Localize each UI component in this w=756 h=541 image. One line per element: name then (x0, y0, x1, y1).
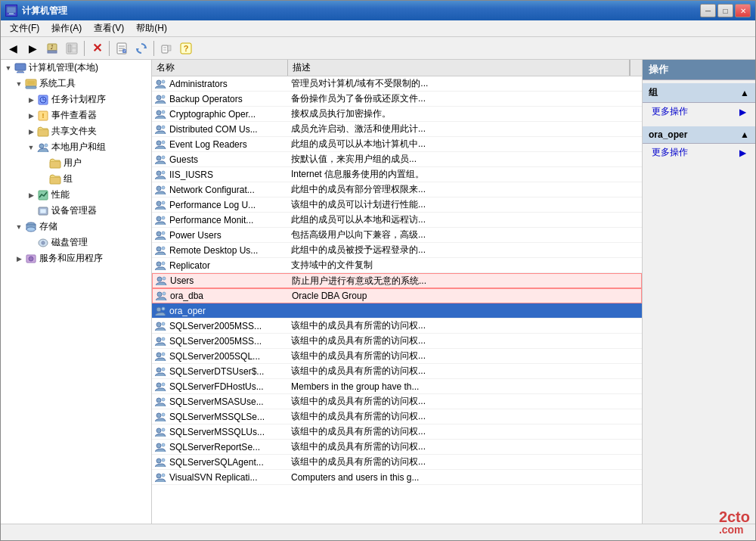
tree-storage[interactable]: ▼ 存储 (1, 219, 151, 235)
share-icon (37, 126, 49, 138)
users-folder-icon (49, 157, 61, 169)
perf-expand[interactable]: ▶ (25, 189, 37, 201)
tree-shared-folders[interactable]: ▶ 共享文件夹 (1, 123, 151, 139)
close-button[interactable]: ✕ (735, 4, 751, 17)
export-button[interactable] (157, 39, 175, 58)
svg-point-65 (162, 171, 165, 174)
table-row[interactable]: Users 防止用户进行有意或无意的系统... (152, 273, 642, 288)
ora-oper-more-actions[interactable]: 更多操作 ▶ (643, 144, 755, 161)
table-row[interactable]: Network Configurat... 此组中的成员有部分管理权限来... (152, 182, 642, 197)
row-group-icon (155, 214, 167, 226)
svg-point-53 (162, 80, 165, 83)
table-row[interactable]: ora_dba Oracle DBA Group (152, 288, 642, 303)
cell-desc: 此组中的成员被授予远程登录的... (288, 244, 642, 257)
table-row[interactable]: SQLServer2005MSS... 该组中的成员具有所需的访问权... (152, 334, 642, 349)
col-header-desc[interactable]: 描述 (288, 60, 630, 76)
table-row[interactable]: SQLServerDTSUser$... 该组中的成员具有所需的访问权... (152, 364, 642, 379)
tree-system-tools[interactable]: ▼ 系统工具 (1, 76, 151, 92)
menu-action[interactable]: 操作(A) (45, 20, 88, 36)
menu-help[interactable]: 帮助(H) (130, 20, 173, 36)
tree-task-scheduler[interactable]: ▶ 任务计划程序 (1, 92, 151, 107)
table-row[interactable]: SQLServer2005MSS... 该组中的成员具有所需的访问权... (152, 319, 642, 334)
tree-disk-mgmt[interactable]: 磁盘管理 (1, 235, 151, 250)
back-button[interactable]: ◀ (4, 39, 22, 58)
svg-point-80 (157, 292, 162, 297)
up-button[interactable]: ⤴ (43, 39, 61, 58)
show-hide-button[interactable] (63, 39, 81, 58)
table-row[interactable]: Backup Operators 备份操作员为了备份或还原文件... (152, 92, 642, 107)
table-row[interactable]: ora_oper (152, 303, 642, 319)
table-row[interactable]: Event Log Readers 此组的成员可以从本地计算机中... (152, 137, 642, 152)
table-row[interactable]: SQLServerReportSe... 该组中的成员具有所需的访问权... (152, 440, 642, 455)
tree-services[interactable]: ▶ 服务和应用程序 (1, 250, 151, 266)
cell-name: Power Users (152, 229, 288, 241)
local-users-expand[interactable]: ▼ (25, 141, 37, 154)
table-row[interactable]: SQLServer2005SQL... 该组中的成员具有所需的访问权... (152, 349, 642, 364)
table-row[interactable]: Guests 按默认值，来宾用户组的成员... (152, 152, 642, 167)
tree-performance[interactable]: ▶ 性能 (1, 187, 151, 203)
table-row[interactable]: Cryptographic Oper... 接权成员执行加密操作。 (152, 107, 642, 122)
table-row[interactable]: SQLServerMSSQLUs... 该组中的成员具有所需的访问权... (152, 424, 642, 440)
table-row[interactable]: Performance Monit... 此组的成员可以从本地和远程访... (152, 213, 642, 228)
menu-file[interactable]: 文件(F) (4, 20, 45, 36)
row-group-icon (155, 411, 167, 423)
minimize-button[interactable]: ─ (700, 4, 716, 17)
svg-point-63 (162, 156, 165, 159)
task-expand[interactable]: ▶ (25, 94, 37, 106)
group-more-actions[interactable]: 更多操作 ▶ (643, 103, 755, 120)
share-expand[interactable]: ▶ (25, 126, 37, 138)
maximize-button[interactable]: □ (717, 4, 733, 17)
table-row[interactable]: IIS_IUSRS Internet 信息服务使用的内置组。 (152, 167, 642, 182)
svg-point-61 (162, 141, 165, 144)
table-row[interactable]: Power Users 包括高级用户以向下兼容，高级... (152, 228, 642, 243)
row-group-icon (156, 290, 168, 302)
svg-rect-8 (72, 45, 76, 48)
forward-button[interactable]: ▶ (23, 39, 42, 58)
storage-expand[interactable]: ▼ (13, 221, 25, 233)
cell-name: Guests (152, 154, 288, 166)
tree-event-viewer[interactable]: ▶ ! 事件查看器 (1, 107, 151, 123)
table-row[interactable]: Replicator 支持域中的文件复制 (152, 258, 642, 273)
cell-desc: 此组的成员可以从本地计算机中... (288, 138, 642, 151)
table-row[interactable]: Distributed COM Us... 成员允许启动、激活和使用此计... (152, 122, 642, 137)
svg-rect-44 (40, 209, 46, 213)
tree-local-users[interactable]: ▼ 本地用户和组 (1, 139, 151, 155)
col-header-name[interactable]: 名称 (152, 60, 288, 76)
table-row[interactable]: SQLServerFDHostUs... Members in the grou… (152, 379, 642, 394)
tree-groups[interactable]: 组 (1, 171, 151, 187)
root-expand[interactable]: ▼ (2, 62, 14, 74)
cell-desc: 该组中的成员可以计划进行性能... (288, 198, 642, 211)
tree-users[interactable]: 用户 (1, 155, 151, 171)
cell-name: Event Log Readers (152, 138, 288, 151)
help-button[interactable]: ? (177, 39, 195, 58)
svg-point-97 (162, 413, 165, 416)
row-name-text: Event Log Readers (169, 139, 247, 150)
cell-desc: 该组中的成员具有所需的访问权... (288, 319, 642, 332)
table-row[interactable]: Administrators 管理员对计算机/域有不受限制的... (152, 76, 642, 92)
refresh-button[interactable] (132, 39, 150, 58)
cell-desc: 成员允许启动、激活和使用此计... (288, 123, 642, 135)
svg-point-60 (156, 141, 161, 145)
menu-view[interactable]: 查看(V) (88, 20, 130, 36)
group-header-label: 组 (649, 86, 658, 99)
table-row[interactable]: Remote Desktop Us... 此组中的成员被授予远程登录的... (152, 243, 642, 258)
row-name-text: Power Users (169, 230, 222, 241)
table-row[interactable]: VisualSVN Replicati... Computers and use… (152, 470, 642, 485)
tree-device-manager[interactable]: 设备管理器 (1, 203, 151, 219)
ora-oper-action-header: ora_oper ▲ (643, 126, 755, 144)
services-expand[interactable]: ▶ (13, 253, 25, 265)
row-group-icon (155, 456, 167, 468)
tree-root[interactable]: ▼ 计算机管理(本地) (1, 60, 151, 76)
row-name-text: Users (170, 275, 194, 286)
svg-rect-2 (8, 14, 15, 15)
table-row[interactable]: SQLServerMSASUse... 该组中的成员具有所需的访问权... (152, 394, 642, 409)
table-row[interactable]: SQLServerMSSQLSe... 该组中的成员具有所需的访问权... (152, 409, 642, 424)
row-name-text: Network Configurat... (169, 185, 255, 195)
table-row[interactable]: SQLServerSQLAgent... 该组中的成员具有所需的访问权... (152, 455, 642, 470)
event-expand[interactable]: ▶ (25, 110, 37, 122)
svg-point-93 (162, 383, 165, 386)
delete-button[interactable]: ✕ (88, 39, 106, 58)
table-row[interactable]: Performance Log U... 该组中的成员可以计划进行性能... (152, 197, 642, 213)
properties-button[interactable]: ✓ (113, 39, 131, 58)
system-tools-expand[interactable]: ▼ (13, 78, 25, 90)
